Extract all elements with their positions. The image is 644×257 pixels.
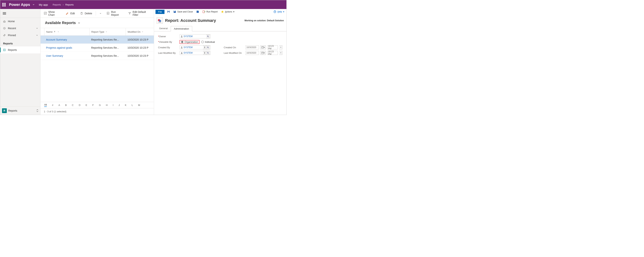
date-picker-icon[interactable]: ▾ bbox=[260, 51, 266, 55]
chevron-down-icon bbox=[36, 34, 38, 36]
edit-default-filter-label: Edit Default Filter bbox=[132, 11, 150, 16]
run-report-button[interactable]: Run Report bbox=[104, 9, 125, 18]
svg-rect-7 bbox=[203, 11, 204, 13]
delete-split-button[interactable] bbox=[97, 11, 104, 16]
lookup-search-icon[interactable] bbox=[206, 46, 210, 49]
table-row[interactable]: Progress against goals Reporting Service… bbox=[40, 44, 154, 52]
created-by-label: Created By bbox=[158, 46, 178, 49]
save-as-button[interactable] bbox=[196, 10, 200, 14]
save-icon bbox=[167, 10, 170, 13]
help-link[interactable]: Help ▾ bbox=[273, 10, 285, 14]
row-type-cell: Reporting Services Re... bbox=[89, 54, 126, 57]
area-label: Reports bbox=[8, 109, 17, 112]
alpha-item[interactable]: G bbox=[99, 104, 101, 106]
table-row[interactable]: Account Summary Reporting Services Re...… bbox=[40, 36, 154, 44]
svg-point-14 bbox=[207, 36, 208, 37]
app-name-label[interactable]: My app bbox=[39, 3, 48, 6]
modified-by-lookup[interactable]: SYSTEM bbox=[180, 51, 210, 55]
radio-organization[interactable]: Organization bbox=[180, 40, 200, 44]
col-type-header[interactable]: Report Type bbox=[90, 28, 126, 36]
alpha-item[interactable]: F bbox=[92, 104, 94, 106]
svg-rect-12 bbox=[158, 22, 161, 22]
show-chart-button[interactable]: Show Chart bbox=[42, 9, 63, 18]
svg-rect-5 bbox=[168, 12, 169, 13]
spacer-row bbox=[224, 39, 282, 45]
save-close-icon bbox=[173, 10, 176, 13]
table-row[interactable]: User Summary Reporting Services Re... 10… bbox=[40, 52, 154, 60]
body: Home Recent Pinned Reports Reports R Rep… bbox=[0, 9, 286, 115]
created-on-time[interactable]: 10:23 PM bbox=[267, 45, 278, 49]
col-modified-header[interactable]: Modified On bbox=[126, 28, 154, 36]
time-dropdown-icon[interactable] bbox=[279, 51, 282, 55]
form-right-col: Created On 10/3/2020 ▾ 10:23 PM Last Mod… bbox=[224, 34, 282, 56]
date-picker-icon[interactable]: ▾ bbox=[260, 45, 266, 49]
chevron-down-icon: ▾ bbox=[283, 11, 284, 13]
alpha-item[interactable]: D bbox=[79, 104, 80, 106]
viewable-by-radios: Organization Individual bbox=[180, 40, 215, 44]
save-button[interactable] bbox=[166, 10, 171, 14]
alpha-item[interactable]: J bbox=[119, 104, 120, 106]
row-name-cell[interactable]: Progress against goals bbox=[44, 46, 89, 49]
nav-area-switcher[interactable]: R Reports bbox=[0, 106, 40, 115]
col-name-header[interactable]: Name bbox=[44, 28, 90, 36]
row-name-cell[interactable]: Account Summary bbox=[44, 38, 89, 41]
row-type-cell: Reporting Services Re... bbox=[89, 38, 126, 41]
view-selector[interactable]: Available Reports bbox=[40, 20, 154, 28]
delete-button[interactable]: Delete bbox=[78, 11, 94, 16]
svg-marker-26 bbox=[280, 53, 281, 53]
modified-on-time[interactable]: 10:23 PM bbox=[267, 51, 278, 55]
edit-default-filter-button[interactable]: Edit Default Filter bbox=[126, 9, 153, 18]
tab-general[interactable]: General bbox=[156, 26, 171, 31]
alpha-item[interactable]: C bbox=[72, 104, 74, 106]
time-dropdown-icon[interactable] bbox=[279, 45, 282, 49]
clock-icon bbox=[3, 27, 6, 30]
lookup-stepper-icon[interactable] bbox=[203, 51, 206, 55]
nav-pinned[interactable]: Pinned bbox=[0, 32, 40, 39]
delete-label: Delete bbox=[85, 12, 92, 15]
report-run-icon bbox=[106, 12, 110, 15]
nav-toggle-button[interactable] bbox=[0, 9, 40, 18]
modified-on-date[interactable]: 10/3/2020 bbox=[246, 51, 259, 55]
select-all-checkbox[interactable] bbox=[40, 28, 44, 36]
alpha-item[interactable]: K bbox=[125, 104, 126, 106]
alpha-item[interactable]: A bbox=[58, 104, 60, 106]
nav-home[interactable]: Home bbox=[0, 18, 40, 25]
brand-label[interactable]: Power Apps bbox=[9, 3, 30, 7]
svg-point-19 bbox=[181, 52, 182, 53]
row-modified-cell: 10/3/2020 10:23 P bbox=[126, 46, 154, 49]
app-launcher-icon[interactable] bbox=[2, 3, 6, 7]
actions-menu[interactable]: AActionsctions ▾ bbox=[220, 10, 235, 14]
alpha-item[interactable]: E bbox=[86, 104, 87, 106]
alpha-item[interactable]: B bbox=[65, 104, 67, 106]
created-on-date[interactable]: 10/3/2020 bbox=[246, 45, 259, 49]
owner-lookup[interactable]: SYSTEM bbox=[180, 34, 210, 38]
save-and-close-button[interactable]: Save and Close bbox=[172, 10, 194, 14]
radio-individual[interactable]: Individual bbox=[201, 41, 215, 43]
alpha-item[interactable]: M bbox=[138, 104, 140, 106]
chevron-down-icon bbox=[142, 31, 144, 33]
alpha-item[interactable]: L bbox=[132, 104, 133, 106]
chevron-down-icon bbox=[36, 27, 38, 29]
created-by-lookup[interactable]: SYSTEM bbox=[180, 45, 210, 49]
brand-chevron-icon[interactable] bbox=[32, 3, 35, 6]
edit-button[interactable]: Edit bbox=[64, 11, 77, 16]
alpha-item[interactable]: # bbox=[52, 104, 53, 106]
alpha-item[interactable]: H bbox=[106, 104, 108, 106]
lookup-stepper-icon[interactable] bbox=[203, 46, 206, 49]
nav-recent[interactable]: Recent bbox=[0, 25, 40, 32]
show-chart-label: Show Chart bbox=[48, 11, 60, 16]
alpha-all[interactable]: All bbox=[44, 103, 47, 107]
lookup-search-icon[interactable] bbox=[206, 51, 210, 55]
modified-on-label: Last Modified On bbox=[224, 52, 244, 54]
row-checkbox[interactable] bbox=[40, 38, 44, 41]
lookup-search-icon[interactable] bbox=[206, 35, 210, 38]
viewable-by-label: *Viewable By bbox=[158, 41, 178, 43]
row-name-cell[interactable]: User Summary bbox=[44, 54, 89, 57]
breadcrumb-parent[interactable]: Reports bbox=[53, 3, 61, 6]
tab-administration[interactable]: Administration bbox=[171, 26, 192, 31]
file-tab[interactable]: File bbox=[156, 10, 164, 14]
nav-reports[interactable]: Reports bbox=[0, 47, 40, 53]
run-report-ribbon-button[interactable]: Run Report bbox=[202, 10, 218, 14]
svg-marker-20 bbox=[204, 52, 205, 53]
alpha-item[interactable]: I bbox=[113, 104, 114, 106]
